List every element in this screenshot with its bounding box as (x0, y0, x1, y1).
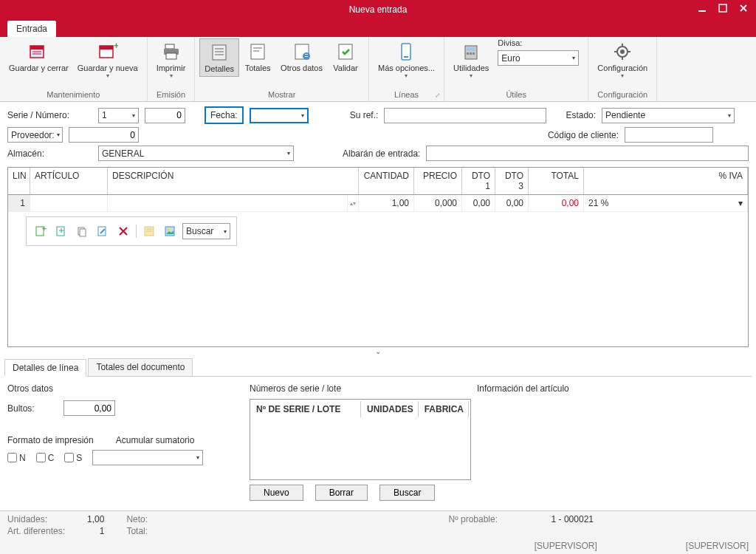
unidades-label: Unidades: (7, 514, 47, 524)
bultos-label: Bultos: (7, 403, 59, 414)
close-button[interactable] (734, 0, 753, 16)
estado-select[interactable]: Pendiente▾ (602, 108, 735, 123)
divisa-select[interactable]: Euro▾ (498, 50, 579, 66)
col-descripcion: DESCRIPCIÓN (108, 168, 359, 194)
table-row[interactable]: 1 ▴▾ 1,00 0,000 0,00 0,00 0,00 21 %▾ (8, 195, 748, 212)
chevron-down-icon: ▾ (106, 72, 109, 79)
info-articulo-title: Información del artículo (477, 381, 749, 396)
otros-datos-button[interactable]: Otros datos (276, 38, 327, 75)
collapse-handle[interactable]: ⌄ (0, 347, 756, 355)
svg-rect-29 (467, 47, 475, 51)
ribbon: Guardar y cerrar + Guardar y nueva ▾ Man… (0, 37, 756, 102)
totales-button[interactable]: Totales (239, 38, 276, 75)
svg-rect-32 (472, 52, 475, 55)
buscar-combo[interactable]: Buscar▾ (182, 223, 230, 239)
guardar-nueva-button[interactable]: + Guardar y nueva ▾ (73, 38, 142, 82)
svg-rect-43 (80, 229, 86, 236)
chk-n[interactable]: N (7, 453, 26, 463)
validar-button[interactable]: Validar (327, 38, 364, 75)
imprimir-button[interactable]: Imprimir ▾ (152, 38, 190, 82)
proveedor-input[interactable] (69, 127, 139, 143)
detail-tabs: Detalles de línea Totales del documento (4, 358, 752, 377)
acumular-select[interactable]: ▾ (92, 450, 203, 465)
chk-c[interactable]: C (36, 453, 55, 463)
header-form: Serie / Número: 1▾ Fecha: ▾ Su ref.: Est… (0, 102, 756, 165)
col-articulo: ARTÍCULO (30, 168, 108, 194)
tab-entrada[interactable]: Entrada (7, 21, 56, 37)
new-line-icon[interactable]: + (32, 223, 49, 239)
bultos-input[interactable] (63, 400, 115, 416)
ribbon-group-emision: Emisión (148, 89, 195, 101)
configuracion-button[interactable]: Configuración ▾ (593, 38, 652, 82)
mas-opciones-button[interactable]: Más opciones... ▾ (374, 38, 439, 82)
numero-input[interactable] (145, 108, 185, 123)
art-dif-label: Art. diferentes: (7, 526, 65, 536)
grid-toolbar: + Buscar▾ (26, 216, 237, 246)
buscar-button[interactable]: Buscar (379, 485, 435, 501)
serie-numero-label: Serie / Número: (7, 110, 92, 120)
desc-spinner[interactable]: ▴▾ (348, 195, 359, 211)
proveedor-label-combo[interactable]: Proveedor:▾ (7, 127, 63, 143)
notes-icon[interactable] (141, 223, 157, 239)
tab-detalles-linea[interactable]: Detalles de línea (4, 359, 86, 377)
col-total: TOTAL (529, 168, 584, 194)
chevron-down-icon: ▾ (170, 72, 173, 79)
codigo-cliente-label: Código de cliente: (548, 130, 619, 140)
serie-combo[interactable]: 1▾ (98, 108, 139, 123)
svg-rect-27 (404, 56, 408, 58)
svg-rect-14 (213, 45, 226, 60)
albaran-label: Albarán de entrada: (343, 148, 420, 159)
insert-line-icon[interactable] (53, 223, 69, 239)
statusbar: Unidades: Art. diferentes: 1,00 1 Neto: … (0, 510, 756, 554)
svg-rect-41 (57, 227, 64, 236)
divisa-label: Divisa: (498, 38, 522, 47)
col-lin: LIN (8, 168, 30, 194)
formato-impresion-label: Formato de impresión (7, 435, 94, 445)
su-ref-input[interactable] (384, 108, 546, 123)
almacen-label: Almacén: (7, 148, 92, 159)
codigo-cliente-input[interactable] (625, 127, 713, 143)
albaran-input[interactable] (426, 146, 749, 161)
unidades-value: 1,00 (87, 514, 104, 524)
detalles-button[interactable]: Detalles (199, 38, 239, 77)
chevron-down-icon: ▾ (405, 72, 408, 79)
lines-grid: LIN ARTÍCULO DESCRIPCIÓN CANTIDAD PRECIO… (7, 167, 749, 347)
chevron-down-icon: ▾ (470, 72, 472, 79)
maximize-button[interactable] (713, 0, 732, 16)
svg-text:+: + (114, 41, 118, 51)
acumular-label: Acumular sumatorio (116, 435, 195, 445)
serial-title: Números de serie / lote (250, 381, 471, 396)
utilidades-button[interactable]: Utilidades ▾ (449, 38, 493, 82)
almacen-select[interactable]: GENERAL▾ (98, 146, 294, 161)
col-dto1: DTO 1 (462, 168, 495, 194)
estado-label: Estado: (566, 110, 596, 120)
svg-rect-25 (339, 44, 352, 59)
tabstrip: Entrada (0, 19, 756, 37)
svg-rect-1 (719, 4, 726, 12)
copy-line-icon[interactable] (74, 223, 90, 239)
svg-rect-18 (251, 44, 264, 59)
otros-datos-title: Otros datos (7, 381, 244, 396)
supervisor-2: [SUPERVISOR] (686, 541, 749, 551)
guardar-cerrar-button[interactable]: Guardar y cerrar (4, 38, 73, 75)
chk-s[interactable]: S (64, 453, 82, 463)
minimize-button[interactable] (693, 0, 712, 16)
borrar-button[interactable]: Borrar (315, 485, 368, 501)
image-icon[interactable] (162, 223, 178, 239)
supervisor-1: [SUPERVISOR] (535, 541, 597, 551)
svg-rect-0 (698, 10, 706, 12)
nuevo-button[interactable]: Nuevo (250, 485, 303, 501)
tab-totales-documento[interactable]: Totales del documento (88, 358, 193, 376)
svg-rect-23 (305, 54, 308, 55)
col-serie-lote: Nº DE SERIE / LOTE (252, 401, 361, 417)
svg-rect-9 (100, 46, 113, 49)
col-dto3: DTO 3 (495, 168, 529, 194)
delete-line-icon[interactable] (115, 223, 131, 239)
svg-text:+: + (42, 225, 47, 233)
edit-line-icon[interactable] (94, 223, 111, 239)
ribbon-group-mostrar: Mostrar (195, 89, 368, 101)
fecha-input[interactable]: ▾ (250, 108, 309, 123)
window-title: Nueva entrada (349, 4, 408, 15)
svg-rect-24 (305, 56, 308, 57)
total-label: Total: (126, 526, 148, 536)
